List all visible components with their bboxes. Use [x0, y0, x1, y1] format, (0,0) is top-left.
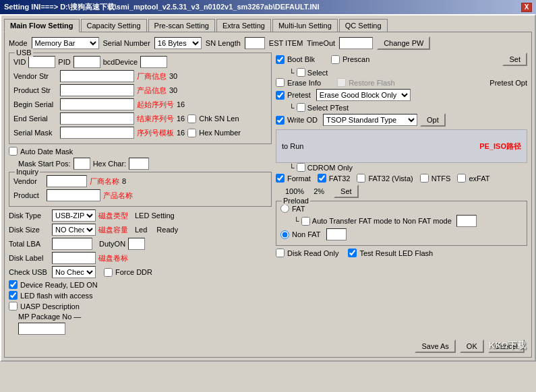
vendor-str-cn: 厂商信息	[137, 71, 167, 81]
sn-length-input[interactable]: 16	[245, 37, 265, 49]
hex-number-check[interactable]	[187, 129, 196, 137]
total-lba-label: Total LBA	[9, 240, 49, 248]
total-lba-input[interactable]: 0	[52, 238, 92, 250]
cdrom-check[interactable]	[297, 163, 305, 172]
sn-length-label: SN Length	[206, 39, 241, 47]
exfat-label: exFAT	[469, 174, 489, 183]
boot-blk-select-row: └ Select	[289, 68, 527, 77]
pretest-select[interactable]: Erase Good Block Only	[316, 89, 411, 101]
inquiry-label: Inquiry	[15, 168, 40, 176]
led-flash-check[interactable]	[9, 291, 18, 300]
fat32-check[interactable]	[318, 174, 326, 183]
format-check[interactable]	[276, 174, 285, 183]
begin-serial-input[interactable]: AA00000000011176	[60, 98, 134, 110]
save-as-button[interactable]: Save As	[415, 339, 455, 353]
chk-sn-len-check[interactable]	[187, 115, 196, 123]
tab-qc[interactable]: QC Setting	[339, 19, 388, 32]
device-ready-check[interactable]	[9, 280, 18, 289]
product-str-num: 30	[169, 86, 177, 94]
write-od-check[interactable]	[276, 116, 285, 125]
force-ddr-check[interactable]	[104, 268, 113, 277]
tab-multi-lun[interactable]: Multi-lun Setting	[272, 19, 338, 32]
test-result-led-check[interactable]	[348, 249, 357, 257]
inquiry-vendor-input[interactable]: SMI	[47, 175, 87, 187]
select-ptest-check[interactable]	[297, 103, 305, 112]
check-usb-select[interactable]: No Check	[52, 266, 96, 278]
est-items-label: EST ITEM	[269, 39, 303, 47]
disk-label-cn: 磁盘卷标	[98, 253, 128, 263]
select-check[interactable]	[297, 68, 305, 77]
disk-size-select[interactable]: NO Check	[52, 224, 96, 236]
tab-capacity[interactable]: Capacity Setting	[81, 19, 147, 32]
autodate-check[interactable]	[9, 147, 18, 156]
change-pw-button[interactable]: Change PW	[377, 36, 430, 50]
erase-info-check[interactable]	[276, 78, 285, 87]
disk-type-select[interactable]: USB-ZIP	[52, 209, 96, 222]
auto-transfer-input[interactable]	[456, 215, 477, 227]
right-panel: Boot Blk Prescan Set └ Select Erase Info…	[276, 53, 527, 337]
mp-package-input[interactable]: N0102v1	[18, 323, 65, 335]
ok-button[interactable]: OK	[460, 339, 484, 353]
title-bar: Setting INI===> D:\搜狗高速下载\smi_mptool_v2.…	[0, 0, 536, 14]
non-fat-row: Non FAT	[280, 228, 523, 240]
timeout-input[interactable]: 20000	[339, 37, 373, 49]
close-button[interactable]: X	[521, 3, 532, 12]
hex-char-input[interactable]	[129, 158, 149, 170]
vid-input[interactable]: 090C	[28, 56, 55, 68]
inquiry-vendor-label: Vendor	[13, 177, 44, 185]
non-fat-radio[interactable]	[280, 230, 289, 239]
cancel-button[interactable]: Cancel	[488, 339, 525, 353]
left-panel: USB VID 090C PID 1000 bcdDevice 1100 Ven…	[9, 53, 272, 337]
ntfs-check[interactable]	[420, 174, 429, 183]
total-lba-row: Total LBA 0 DutyON 0	[9, 238, 272, 250]
set2-button[interactable]: Set	[334, 185, 359, 198]
pid-label: PID	[58, 58, 70, 66]
inquiry-product-input[interactable]: USB DISK	[47, 189, 100, 201]
boot-blk-check[interactable]	[276, 55, 285, 64]
exfat-check[interactable]	[457, 174, 466, 183]
hex-char-label: Hex Char:	[93, 160, 127, 168]
disk-label-input[interactable]: USB DISK	[52, 252, 96, 264]
end-serial-input[interactable]: AA04012799999999	[60, 112, 134, 125]
mask-start-input[interactable]: 3	[73, 158, 90, 170]
serial-mask-input[interactable]: AA#############	[60, 127, 134, 139]
fat32-label: FAT32	[329, 174, 351, 183]
prescan-check[interactable]	[331, 55, 340, 64]
non-fat-input[interactable]	[326, 228, 347, 240]
led-flash-label: LED flash with access	[20, 292, 93, 300]
main-window: Main Flow Setting Capacity Setting Pre-s…	[0, 14, 536, 362]
format-label: Format	[287, 174, 311, 183]
tsop-select[interactable]: TSOP Standard Type	[323, 114, 417, 126]
serial-number-select[interactable]: 16 Bytes	[154, 37, 202, 49]
uasp-check[interactable]	[9, 302, 18, 311]
serial-number-label: Serial Number	[103, 39, 150, 47]
restore-flash-check[interactable]	[337, 78, 346, 87]
pretest-check[interactable]	[276, 91, 285, 100]
fat-radio[interactable]	[280, 204, 289, 213]
bcd-input[interactable]: 1100	[140, 56, 167, 68]
product-str-input[interactable]: USB DISK	[60, 84, 134, 96]
tab-bar: Main Flow Setting Capacity Setting Pre-s…	[4, 18, 532, 32]
fat32-vista-check[interactable]	[357, 174, 365, 183]
uasp-label: UASP Description	[20, 302, 80, 311]
non-fat-label: Non FAT	[292, 230, 321, 238]
erase-info-label: Erase Info	[287, 79, 321, 87]
mode-select[interactable]: Memory Bar	[32, 37, 99, 49]
disk-size-cn: 磁盘容量	[98, 225, 128, 235]
disk-read-only-check[interactable]	[276, 249, 285, 257]
test-result-led-label: Test Result LED Flash	[359, 249, 433, 257]
duty-on-input[interactable]: 0	[128, 238, 145, 250]
vendor-str-input[interactable]: SMI Corporation	[60, 70, 134, 82]
opt-button[interactable]: Opt	[420, 113, 446, 127]
tab-main-flow[interactable]: Main Flow Setting	[4, 19, 80, 32]
mask-pos-row: Mask Start Pos: 3 Hex Char:	[18, 158, 272, 170]
end-serial-cn: 结束序列号	[137, 114, 174, 124]
tab-extra[interactable]: Extra Setting	[216, 19, 271, 32]
restore-flash-label: Restore Flash	[349, 79, 394, 87]
pid-input[interactable]: 1000	[73, 56, 100, 68]
uasp-row: UASP Description	[9, 302, 272, 311]
set-button[interactable]: Set	[502, 53, 527, 66]
auto-transfer-check[interactable]	[301, 217, 310, 226]
tab-prescan[interactable]: Pre-scan Setting	[148, 19, 215, 32]
serial-mask-row: Serial Mask AA############# 序列号模板 16 Hex…	[13, 127, 267, 139]
